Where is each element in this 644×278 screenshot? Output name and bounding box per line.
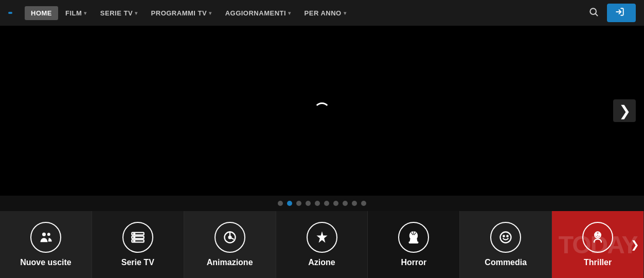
nav-item-programmi-tv[interactable]: PROGRAMMI TV▾: [145, 6, 218, 20]
nav-arrow-per-anno: ▾: [344, 10, 347, 16]
svg-point-9: [134, 237, 135, 238]
categories-bar: Nuove uscite Serie TV Animazione Azione: [0, 211, 644, 278]
svg-point-22: [598, 233, 600, 235]
today-content: Thriller: [582, 222, 613, 267]
cat-icon-circle-thriller: [582, 222, 613, 253]
nav-item-serie-tv[interactable]: SERIE TV▾: [94, 6, 144, 20]
nav-items: HOMEFILM▾SERIE TV▾PROGRAMMI TV▾AGGIORNAM…: [25, 6, 352, 20]
category-animazione[interactable]: Animazione: [184, 211, 276, 278]
login-icon: [615, 7, 624, 19]
svg-point-17: [500, 232, 511, 243]
category-nuove-uscite[interactable]: Nuove uscite: [0, 211, 92, 278]
dot-6[interactable]: [333, 201, 338, 206]
dot-2[interactable]: [296, 201, 301, 206]
hero-next-button[interactable]: ❯: [613, 99, 636, 122]
cat-label-serie-tv: Serie TV: [121, 258, 154, 267]
svg-line-1: [596, 13, 598, 15]
category-azione[interactable]: Azione: [276, 211, 368, 278]
nav-right: [586, 4, 636, 22]
cat-label-animazione: Animazione: [207, 258, 253, 267]
nav-arrow-film: ▾: [84, 10, 87, 16]
loading-spinner: [314, 102, 330, 119]
dot-5[interactable]: [324, 201, 329, 206]
dot-8[interactable]: [352, 201, 357, 206]
cat-icon-circle-animazione: [214, 222, 245, 253]
svg-point-4: [47, 233, 50, 236]
dot-1[interactable]: [287, 201, 292, 206]
cat-label-thriller: Thriller: [584, 258, 612, 267]
dot-4[interactable]: [315, 201, 320, 206]
nav-label-home: HOME: [31, 9, 52, 17]
cat-label-commedia: Commedia: [485, 258, 527, 267]
search-button[interactable]: [586, 5, 601, 22]
svg-point-8: [134, 233, 135, 234]
dot-9[interactable]: [361, 201, 366, 206]
dot-7[interactable]: [343, 201, 348, 206]
cat-next-icon: ❯: [631, 238, 639, 251]
category-serie-tv[interactable]: Serie TV: [92, 211, 184, 278]
nav-item-aggiornamenti[interactable]: AGGIORNAMENTI▾: [219, 6, 297, 20]
nav-arrow-aggiornamenti: ▾: [288, 10, 291, 16]
nav-item-home[interactable]: HOME: [25, 6, 58, 20]
category-commedia[interactable]: Commedia: [460, 211, 552, 278]
logo[interactable]: [8, 12, 14, 14]
cat-label-azione: Azione: [308, 258, 335, 267]
cat-label-nuove-uscite: Nuove uscite: [20, 258, 71, 267]
cat-icon-circle-commedia: [490, 222, 521, 253]
dots-list: [278, 201, 366, 206]
dot-3[interactable]: [306, 201, 311, 206]
dot-0[interactable]: [278, 201, 283, 206]
nav-label-serie-tv: SERIE TV: [100, 9, 133, 17]
nav-label-per-anno: PER ANNO: [305, 9, 342, 17]
cat-icon-circle-horror: [398, 222, 429, 253]
svg-point-21: [595, 233, 597, 235]
svg-point-19: [507, 236, 508, 237]
svg-point-3: [42, 233, 46, 236]
nav-label-film: FILM: [65, 9, 82, 17]
logo-hd: [8, 12, 12, 14]
hero-banner: ❯: [0, 26, 644, 196]
nav-item-per-anno[interactable]: PER ANNO▾: [298, 6, 353, 20]
nav-arrow-serie-tv: ▾: [135, 10, 138, 16]
svg-rect-13: [409, 241, 419, 244]
cat-label-horror: Horror: [401, 258, 426, 267]
cat-icon-circle-serie-tv: [122, 222, 153, 253]
svg-point-10: [134, 240, 135, 241]
accedi-button[interactable]: [607, 4, 636, 22]
nav-item-film[interactable]: FILM▾: [59, 6, 93, 20]
nav-arrow-programmi-tv: ▾: [209, 10, 212, 16]
cat-icon-circle-azione: [307, 222, 337, 253]
svg-point-12: [228, 236, 231, 239]
category-thriller[interactable]: TODAY Thriller ❯: [552, 211, 644, 278]
svg-point-18: [504, 236, 505, 237]
nav-label-aggiornamenti: AGGIORNAMENTI: [225, 9, 286, 17]
carousel-dots: [0, 196, 644, 211]
cat-icon-circle-nuove-uscite: [30, 222, 61, 253]
navbar: HOMEFILM▾SERIE TV▾PROGRAMMI TV▾AGGIORNAM…: [0, 0, 644, 26]
category-horror[interactable]: Horror: [368, 211, 460, 278]
nav-label-programmi-tv: PROGRAMMI TV: [151, 9, 207, 17]
